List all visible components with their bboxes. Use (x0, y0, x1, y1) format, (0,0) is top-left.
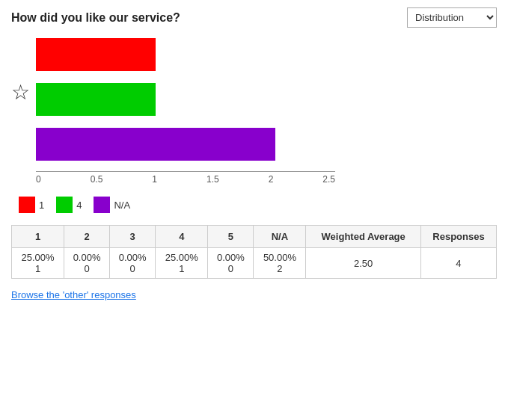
legend-item-green: 4 (56, 197, 82, 213)
col-header-3: 3 (110, 226, 156, 248)
pct-3: 0.00% (114, 252, 150, 263)
cell-2: 0.00% 0 (64, 248, 110, 279)
n-3: 0 (114, 263, 150, 274)
legend: 1 4 N/A (11, 197, 497, 213)
cell-5: 0.00% 0 (208, 248, 254, 279)
n-5: 0 (212, 263, 248, 274)
bar-red (36, 38, 156, 71)
x-ticks: 0 0.5 1 1.5 2 2.5 (36, 171, 335, 185)
pct-2: 0.00% (69, 252, 105, 263)
star-icon: ☆ (11, 80, 30, 105)
pct-na: 50.00% (258, 252, 301, 263)
legend-label-green: 4 (76, 200, 82, 211)
n-na: 2 (258, 263, 301, 274)
legend-label-na: N/A (114, 200, 130, 211)
table-header-row: 1 2 3 4 5 N/A Weighted Average Responses (12, 226, 497, 248)
legend-color-red (19, 197, 35, 213)
bar-row-green (36, 80, 497, 119)
legend-item-red: 1 (19, 197, 44, 213)
pct-5: 0.00% (212, 252, 248, 263)
n-2: 0 (69, 263, 105, 274)
cell-4: 25.00% 1 (156, 248, 208, 279)
legend-item-purple: N/A (94, 197, 130, 213)
x-axis: 0 0.5 1 1.5 2 2.5 (36, 170, 497, 185)
cell-1: 25.00% 1 (12, 248, 64, 279)
page-title: How did you like our service? (11, 11, 180, 25)
data-table: 1 2 3 4 5 N/A Weighted Average Responses… (11, 225, 497, 279)
pct-1: 25.00% (16, 252, 59, 263)
x-tick-05: 0.5 (91, 174, 103, 185)
chart-area: 0 0.5 1 1.5 2 2.5 (36, 35, 497, 185)
x-tick-0: 0 (36, 174, 41, 185)
browse-link[interactable]: Browse the 'other' responses (11, 289, 136, 300)
x-tick-25: 2.5 (322, 174, 335, 185)
n-4: 1 (160, 263, 203, 274)
col-header-na: N/A (254, 226, 306, 248)
cell-weighted-avg: 2.50 (306, 248, 421, 279)
cell-3: 0.00% 0 (110, 248, 156, 279)
col-header-responses: Responses (420, 226, 496, 248)
page-header: How did you like our service? Distributi… (11, 7, 497, 28)
chart-container: ☆ 0 0.5 1 1.5 2 (11, 35, 497, 185)
col-header-2: 2 (64, 226, 110, 248)
cell-responses: 4 (420, 248, 496, 279)
bar-row-red (36, 35, 497, 74)
legend-label-red: 1 (39, 200, 44, 211)
col-header-4: 4 (156, 226, 208, 248)
n-1: 1 (16, 263, 59, 274)
bar-purple (36, 128, 275, 161)
table-row: 25.00% 1 0.00% 0 0.00% 0 25.00% 1 0.00% … (12, 248, 497, 279)
x-tick-15: 1.5 (206, 174, 219, 185)
x-tick-2: 2 (269, 174, 274, 185)
bar-green (36, 83, 156, 116)
col-header-weighted: Weighted Average (306, 226, 421, 248)
legend-color-purple (94, 197, 110, 213)
dropdown-wrapper: Distribution Percentage Count (407, 7, 497, 28)
bar-row-purple (36, 125, 497, 164)
col-header-1: 1 (12, 226, 64, 248)
x-tick-1: 1 (152, 174, 157, 185)
pct-4: 25.00% (160, 252, 203, 263)
col-header-5: 5 (208, 226, 254, 248)
chart-inner (36, 35, 497, 164)
cell-na: 50.00% 2 (254, 248, 306, 279)
legend-color-green (56, 197, 73, 213)
distribution-dropdown[interactable]: Distribution Percentage Count (407, 7, 497, 28)
